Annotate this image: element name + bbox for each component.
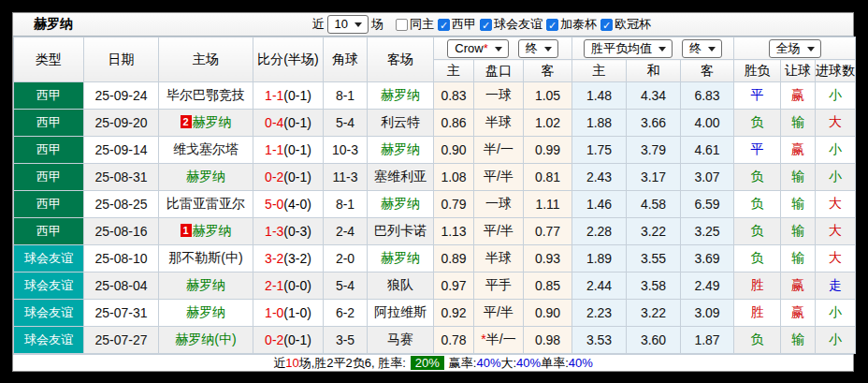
summary-segment: 10 (285, 356, 298, 370)
score-cell: 1-3(0-3) (253, 218, 324, 245)
result-cell: 负 (734, 164, 781, 191)
avg-home-odds-cell: 1.89 (572, 245, 627, 273)
away-team-name: 马赛 (387, 331, 413, 346)
full-time-score: 2-1 (265, 278, 283, 293)
sub-header-asian-line: 盘口 (474, 60, 524, 82)
avg-home-odds-cell: 3.53 (572, 327, 627, 354)
col-header-date: 日期 (84, 37, 159, 82)
checkbox-checked-icon[interactable]: ✓ (480, 19, 492, 31)
asian-line-value: 一球 (485, 87, 512, 102)
asian-odds-header: Crow* 终 (434, 37, 572, 60)
avg-draw-odds-cell: 3.17 (627, 164, 681, 191)
asian-line-cell: 一球 (474, 191, 524, 218)
score-cell: 1-1(0-1) (253, 82, 324, 110)
avg-select[interactable]: 胜平负均值 (584, 39, 673, 58)
avg-final-select[interactable]: 终 (682, 39, 722, 58)
score-cell: 1-0(1-0) (253, 300, 324, 327)
checkbox-unchecked-icon[interactable] (396, 19, 408, 31)
corners-cell: 8-1 (324, 82, 368, 110)
handicap-result-cell: 输 (781, 191, 816, 218)
date-cell: 25-08-16 (84, 218, 159, 245)
filter-checkbox-item[interactable]: ✓西甲 (438, 16, 476, 33)
type-cell: 球会友谊 (14, 273, 84, 300)
scope-select[interactable]: 全场 (769, 39, 821, 58)
home-team-cell: 2赫罗纳 (159, 110, 253, 137)
date-cell: 25-09-14 (84, 137, 159, 164)
filter-checkbox-item[interactable]: ✓球会友谊 (480, 16, 542, 33)
home-team-cell: 比雷亚雷亚尔 (159, 191, 253, 218)
full-time-score: 5-0 (265, 197, 283, 212)
sub-header-asian-away: 客 (524, 60, 572, 82)
half-time-score: (0-1) (283, 332, 311, 347)
recent-label: 近 (312, 16, 325, 33)
avg-draw-odds-cell: 3.58 (627, 273, 681, 300)
date-cell: 25-08-31 (84, 164, 159, 191)
filter-checkbox-item[interactable]: ✓加泰杯 (546, 16, 597, 33)
filter-checkbox-item[interactable]: 同主 (396, 16, 434, 33)
score-cell: 0-4(0-1) (253, 110, 324, 137)
full-time-score: 1-1 (265, 142, 283, 157)
away-team-cell: 狼队 (368, 273, 434, 300)
corners-cell: 2-4 (324, 218, 368, 245)
asian-away-odds-cell: 0.90 (524, 300, 572, 327)
asian-away-odds-cell: 1.11 (524, 191, 572, 218)
goals-result-cell: 大 (816, 218, 856, 245)
goals-result-cell: 小 (816, 164, 856, 191)
type-cell: 西甲 (14, 110, 84, 137)
checkbox-checked-icon[interactable]: ✓ (546, 19, 558, 31)
asian-home-odds-cell: 0.86 (434, 110, 474, 137)
avg-draw-odds-cell: 3.55 (627, 245, 681, 273)
type-cell: 球会友谊 (14, 245, 84, 273)
goals-result-cell: 大 (816, 191, 856, 218)
date-cell: 25-08-25 (84, 191, 159, 218)
asian-away-odds-cell: 0.99 (524, 137, 572, 164)
result-cell: 负 (734, 110, 781, 137)
summary-segment: 近 (273, 355, 285, 372)
chevron-down-icon (658, 47, 666, 55)
home-team-name: 赫罗纳 (193, 114, 232, 129)
avg-away-odds-cell: 2.49 (681, 273, 734, 300)
half-time-score: (0-1) (283, 115, 311, 130)
card-badge: 2 (181, 115, 192, 128)
type-cell: 球会友谊 (14, 300, 84, 327)
result-cell: 负 (734, 327, 781, 354)
home-team-name: 维戈塞尔塔 (173, 141, 239, 156)
avg-select-value: 胜平负均值 (591, 41, 652, 56)
summary-segment: 40% (516, 356, 541, 370)
score-cell: 0-2(0-1) (253, 164, 324, 191)
corners-cell: 10-3 (324, 137, 368, 164)
full-time-score: 0-2 (265, 332, 283, 347)
stats-panel: 赫罗纳 近 10 场 同主✓西甲✓球会友谊✓加泰杯✓欧冠杯 类型 日期 主场 比… (12, 12, 854, 372)
away-team-cell: 巴列卡诺 (368, 218, 434, 245)
checkbox-checked-icon[interactable]: ✓ (438, 19, 450, 31)
away-team-name: 赫罗纳 (381, 141, 420, 156)
checkbox-checked-icon[interactable]: ✓ (600, 19, 613, 31)
filter-checkbox-item[interactable]: ✓欧冠杯 (600, 16, 651, 33)
col-header-home: 主场 (159, 37, 253, 82)
full-time-score: 0-2 (265, 169, 283, 184)
home-team-name: 比雷亚雷亚尔 (166, 196, 245, 211)
bookmaker-final-select[interactable]: 终 (518, 39, 558, 58)
half-time-score: (1-0) (283, 305, 311, 320)
score-cell: 1-1(0-1) (253, 137, 324, 164)
asian-line-value: 平手 (485, 277, 512, 292)
asian-line-cell: 平/半 (474, 218, 524, 245)
handicap-result-cell: 赢 (781, 300, 816, 327)
avg-home-odds-cell: 1.75 (572, 137, 627, 164)
table-body: 西甲25-09-24毕尔巴鄂竞技1-1(0-1)8-1赫罗纳0.83一球1.05… (14, 82, 856, 354)
summary-segment: 40% (569, 356, 593, 370)
avg-away-odds-cell: 4.61 (681, 137, 734, 164)
handicap-result-cell: 输 (781, 245, 816, 273)
filter-checkbox-label: 球会友谊 (494, 16, 542, 33)
recent-games-select[interactable]: 10 (327, 15, 369, 34)
handicap-result-cell: 输 (781, 327, 816, 354)
half-time-score: (0-0) (283, 278, 311, 293)
result-cell: 负 (734, 218, 781, 245)
asian-home-odds-cell: 0.90 (434, 137, 474, 164)
bookmaker-select[interactable]: Crow* (447, 39, 508, 58)
away-team-name: 赫罗纳 (381, 250, 420, 265)
home-team-name: 赫罗纳 (186, 169, 225, 184)
goals-result-cell: 大 (816, 110, 856, 137)
score-cell: 5-0(4-0) (253, 191, 324, 218)
col-header-type: 类型 (14, 37, 84, 82)
